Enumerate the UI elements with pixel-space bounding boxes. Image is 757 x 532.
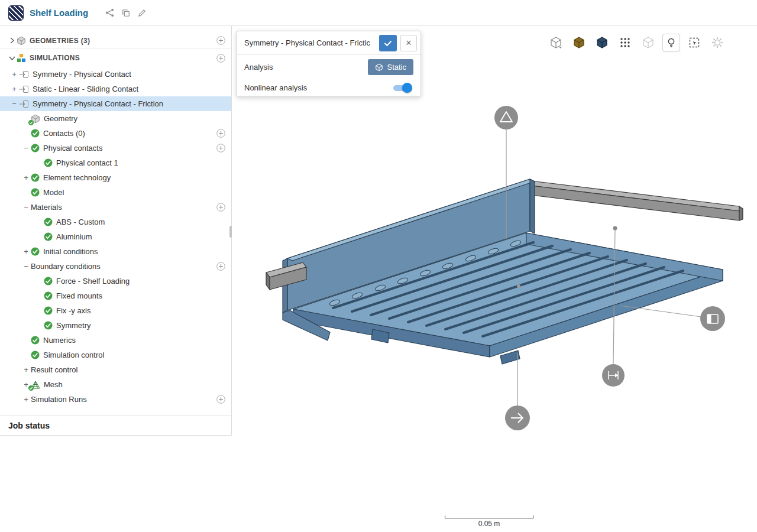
- solid-view-button[interactable]: [570, 34, 588, 51]
- minus-expander[interactable]: −: [9, 100, 19, 108]
- check-icon: [383, 38, 393, 48]
- add-button[interactable]: [216, 262, 225, 271]
- plus-expander[interactable]: +: [21, 174, 31, 181]
- check-icon: [31, 129, 40, 138]
- tree-item-label: Symmetry - Physical Contact - Friction: [33, 99, 163, 108]
- analysis-row: Analysis Static: [237, 55, 420, 79]
- node-view-button[interactable]: [616, 34, 634, 51]
- geom-check-icon: [31, 114, 40, 124]
- tree-item-model[interactable]: Model: [0, 185, 231, 200]
- tree-item-fixed-mounts[interactable]: Fixed mounts: [0, 288, 231, 303]
- tree-item-label: Fix -y axis: [56, 306, 91, 315]
- check-icon: [44, 232, 53, 241]
- tree-item-label: Aluminium: [56, 232, 92, 241]
- cube-icon: [375, 63, 383, 72]
- add-button[interactable]: [216, 144, 225, 153]
- project-title: Shelf Loading: [30, 8, 88, 18]
- scale-bar-line: [445, 515, 533, 518]
- nonlinear-row: Nonlinear analysis: [237, 79, 420, 96]
- marker-triangle[interactable]: [494, 106, 518, 129]
- dialog-header: Symmetry - Physical Contact - Frictic ✕: [237, 31, 420, 55]
- plus-expander[interactable]: +: [21, 248, 31, 255]
- section-plane-button[interactable]: [685, 34, 703, 51]
- tree-item-label: Force - Shelf Loading: [56, 277, 130, 286]
- sidebar-scrollbar-thumb[interactable]: [229, 226, 232, 238]
- sim-icon: [19, 70, 29, 79]
- duplicate-button[interactable]: [122, 8, 130, 17]
- wireframe-view-button[interactable]: [639, 34, 657, 51]
- tree-item-symmetry-physical-contact[interactable]: +Symmetry - Physical Contact: [0, 67, 231, 82]
- add-button[interactable]: [216, 203, 225, 212]
- check-icon: [31, 351, 40, 359]
- check-icon: [31, 173, 40, 182]
- minus-expander[interactable]: −: [21, 203, 31, 211]
- minus-expander[interactable]: −: [21, 262, 31, 270]
- tree-item-simulations[interactable]: SIMULATIONS: [0, 49, 231, 67]
- copy-icon: [122, 9, 130, 17]
- tree-item-boundary-conditions[interactable]: −Boundary conditions: [0, 259, 231, 274]
- add-button[interactable]: [216, 54, 225, 63]
- rename-button[interactable]: [138, 8, 146, 17]
- tree-item-aluminium[interactable]: Aluminium: [0, 229, 231, 244]
- analysis-type-button[interactable]: Static: [368, 59, 413, 75]
- tree-item-contacts-0[interactable]: Contacts (0): [0, 126, 231, 141]
- tree-item-label: Numerics: [43, 336, 76, 345]
- share-button[interactable]: [105, 8, 114, 17]
- chevron-down-expander[interactable]: [7, 56, 17, 60]
- tree-item-materials[interactable]: −Materials: [0, 200, 231, 215]
- tree-item-geometry[interactable]: Geometry: [0, 111, 231, 126]
- plus-expander[interactable]: +: [21, 366, 31, 374]
- close-button[interactable]: ✕: [400, 35, 417, 51]
- tree-item-static-linear-sliding-contact[interactable]: +Static - Linear - Sliding Contact: [0, 82, 231, 96]
- tree-item-mesh[interactable]: +Mesh: [0, 377, 231, 392]
- chevron-right-expander[interactable]: [7, 37, 17, 44]
- add-button[interactable]: [216, 395, 225, 404]
- mesh-icon: [31, 381, 40, 389]
- check-icon: [44, 321, 53, 330]
- tree-item-abs-custom[interactable]: ABS - Custom: [0, 215, 231, 229]
- solid-edges-view-button[interactable]: [593, 34, 611, 51]
- tree-item-label: Element technology: [43, 173, 111, 182]
- nonlinear-label: Nonlinear analysis: [244, 83, 307, 92]
- tree-item-physical-contacts[interactable]: −Physical contacts: [0, 141, 231, 155]
- tree-item-fix-y-axis[interactable]: Fix -y axis: [0, 303, 231, 318]
- tree-item-simulation-control[interactable]: Simulation control: [0, 348, 231, 362]
- tree-item-symmetry[interactable]: Symmetry: [0, 318, 231, 333]
- marker-dimension[interactable]: [602, 364, 625, 387]
- tree-item-result-control[interactable]: +Result control: [0, 362, 231, 377]
- pencil-icon: [138, 9, 146, 17]
- job-status-panel[interactable]: Job status: [0, 416, 231, 435]
- tree-item-label: Static - Linear - Sliding Contact: [33, 85, 138, 93]
- marker-arrow[interactable]: [505, 406, 530, 430]
- confirm-button[interactable]: [379, 35, 397, 51]
- add-button[interactable]: [216, 129, 225, 138]
- tree-item-numerics[interactable]: Numerics: [0, 333, 231, 348]
- plus-expander[interactable]: +: [9, 70, 19, 78]
- plus-expander[interactable]: +: [21, 395, 31, 403]
- check-icon: [44, 218, 53, 226]
- scale-bar-label: 0.05 m: [445, 520, 533, 528]
- tree-item-initial-conditions[interactable]: +Initial conditions: [0, 244, 231, 259]
- tree-item-physical-contact-1[interactable]: Physical contact 1: [0, 155, 231, 170]
- simulation-tree: GEOMETRIES (3)SIMULATIONS+Symmetry - Phy…: [0, 26, 231, 416]
- tree-item-simulation-runs[interactable]: +Simulation Runs: [0, 392, 231, 407]
- tree-item-force-shelf-loading[interactable]: Force - Shelf Loading: [0, 274, 231, 288]
- tree-item-label: Symmetry: [56, 321, 91, 330]
- job-status-label: Job status: [8, 421, 50, 430]
- tree-item-symmetry-physical-contact-friction[interactable]: −Symmetry - Physical Contact - Friction: [0, 96, 231, 111]
- shelf-model[interactable]: [266, 179, 743, 364]
- view-orientation-button[interactable]: [547, 34, 565, 51]
- tree-item-label: Symmetry - Physical Contact: [33, 70, 131, 79]
- marker-plane[interactable]: [700, 306, 725, 331]
- show-hide-button[interactable]: [662, 34, 680, 51]
- tree-item-label: Boundary conditions: [31, 262, 101, 271]
- check-icon: [31, 247, 40, 256]
- tree-item-element-technology[interactable]: +Element technology: [0, 170, 231, 185]
- tree-item-geometries-3[interactable]: GEOMETRIES (3): [0, 33, 231, 49]
- plus-expander[interactable]: +: [9, 85, 19, 93]
- add-button[interactable]: [216, 36, 225, 45]
- simulation-settings-dialog: Symmetry - Physical Contact - Frictic ✕ …: [237, 31, 421, 97]
- viewport-settings-button[interactable]: [709, 34, 726, 51]
- minus-expander[interactable]: −: [21, 144, 31, 152]
- nonlinear-toggle[interactable]: [393, 83, 412, 92]
